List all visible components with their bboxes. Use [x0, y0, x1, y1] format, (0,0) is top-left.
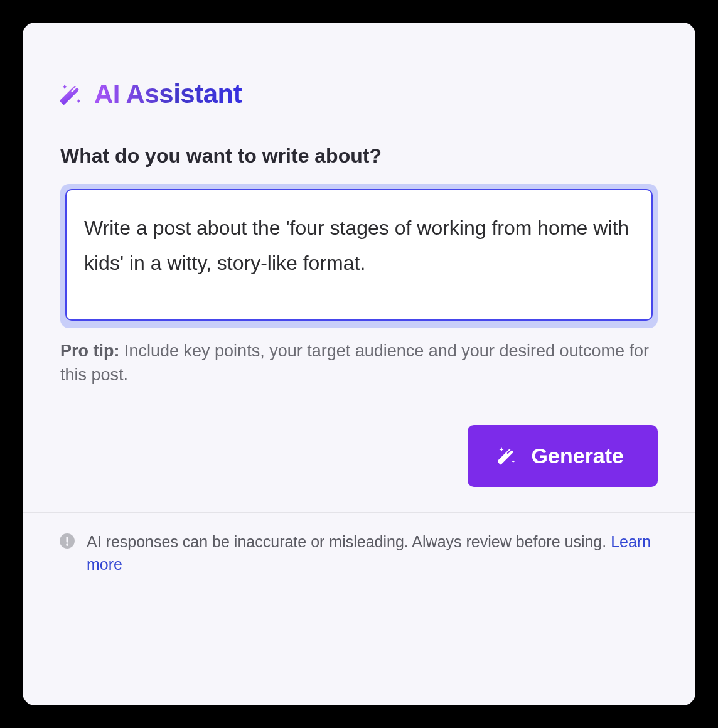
- svg-rect-5: [66, 537, 68, 543]
- magic-wand-icon: [60, 82, 84, 106]
- pro-tip-label: Pro tip:: [60, 341, 120, 360]
- card-title-text: AI Assistant: [94, 79, 242, 109]
- ai-assistant-card: AI Assistant What do you want to write a…: [23, 23, 695, 705]
- disclaimer-body: AI responses can be inaccurate or mislea…: [87, 533, 611, 550]
- prompt-label: What do you want to write about?: [60, 144, 658, 168]
- magic-wand-icon: [498, 446, 518, 466]
- card-title: AI Assistant: [60, 79, 658, 109]
- textarea-focus-ring: [60, 184, 658, 328]
- card-content: AI Assistant What do you want to write a…: [23, 23, 695, 512]
- disclaimer-text: AI responses can be inaccurate or mislea…: [87, 530, 659, 576]
- generate-button[interactable]: Generate: [468, 425, 658, 487]
- svg-rect-0: [60, 85, 79, 105]
- button-row: Generate: [60, 425, 658, 487]
- generate-button-label: Generate: [532, 444, 624, 468]
- pro-tip: Pro tip: Include key points, your target…: [60, 340, 658, 387]
- svg-rect-2: [498, 448, 513, 465]
- footer: AI responses can be inaccurate or mislea…: [23, 513, 695, 594]
- prompt-textarea[interactable]: [65, 189, 653, 321]
- warning-icon: [59, 533, 75, 549]
- svg-point-6: [66, 543, 68, 546]
- pro-tip-text: Include key points, your target audience…: [60, 341, 649, 384]
